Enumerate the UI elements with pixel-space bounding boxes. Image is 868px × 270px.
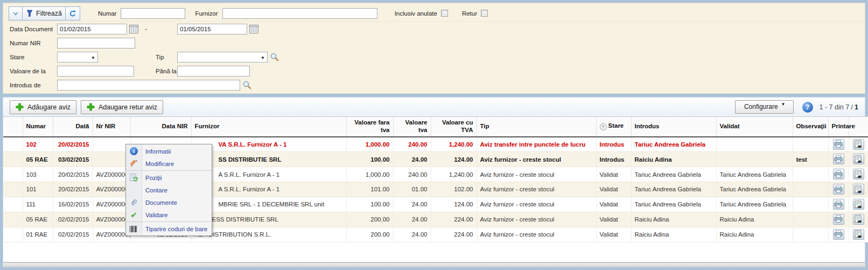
cell-valoare-cu-tva: 124.00 [431,197,477,212]
date-from-input[interactable] [57,24,127,34]
header-data[interactable]: Dată [53,117,93,137]
bottom-scrollbar-strip[interactable] [3,262,865,267]
document-hand-icon [854,170,863,178]
print-button[interactable] [833,214,844,225]
configurare-button[interactable]: Configurare ▼ [735,100,794,114]
header-data-nir[interactable]: Data NIR [130,117,191,137]
positions-icon [126,174,142,182]
menu-item-contare[interactable]: Contare [126,184,212,196]
cell-actions [849,137,868,152]
cell-select [3,212,23,227]
header-valoare-tva[interactable]: Valoare tva [393,117,431,137]
cell-nr-nir: AVZ000000 [93,182,130,197]
collapse-filter-button[interactable] [9,6,23,20]
menu-item-documente[interactable]: Documente [126,196,212,209]
tip-search-icon[interactable] [270,52,279,61]
document-hand-icon [854,185,863,193]
filtreaza-label: Filtrează [36,10,62,17]
header-valoare-fara-tva[interactable]: Valoare fara tva [346,117,393,137]
adaugare-retur-aviz-button[interactable]: Adaugare retur aviz [81,100,163,114]
cell-data: 16/02/2015 [53,197,93,212]
pana-la-input[interactable] [177,66,250,77]
filter-funnel-icon [26,10,33,17]
date-to-calendar-icon[interactable] [249,25,258,33]
cell-introdus: Tariuc Andreea Gabriela [631,137,716,152]
header-valoare-cu-tva[interactable]: Valoare cu TVA [431,117,477,137]
cell-observatii [793,197,828,212]
cell-observatii [793,212,828,227]
furnizor-input[interactable] [222,8,377,19]
print-button[interactable] [833,154,844,164]
cell-valoare-tva: 24.00 [393,152,431,167]
row-context-menu-button[interactable] [853,229,864,240]
row-context-menu-button[interactable] [853,154,864,164]
cell-data: 20/02/2015 [53,182,93,197]
cell-introdus: Tariuc Andreea Gabriela [631,197,716,212]
menu-item-pozitii[interactable]: Poziții [126,171,212,184]
row-context-menu-button[interactable] [853,184,864,195]
help-icon[interactable]: ? [802,102,813,113]
cell-stare: Validat [596,227,631,242]
menu-item-tiparire-coduri[interactable]: Tiparire coduri de bare [126,223,212,235]
tip-select[interactable]: ▼ [177,52,268,63]
cell-nr-nir [93,152,130,167]
menu-item-validare[interactable]: ✔ Validare [126,209,212,221]
cell-valoare-fara-tva: 200.00 [346,227,393,242]
cell-valoare-fara-tva: 100.00 [346,152,393,167]
date-from-calendar-icon[interactable] [129,25,138,33]
retur-label: Retur [462,10,477,17]
header-introdus[interactable]: Introdus [631,117,716,137]
date-to-input[interactable] [177,24,247,34]
header-stare[interactable]: ?Stare [596,117,631,137]
numar-label: Numar [98,10,117,17]
cell-tip: Aviz transfer intre punctele de lucru [477,137,596,152]
numar-input[interactable] [121,8,185,19]
menu-item-modificare[interactable]: Modificare [126,157,212,170]
print-button[interactable] [833,199,844,210]
furnizor-label: Furnizor [195,10,218,17]
refresh-button[interactable] [65,6,80,20]
row-context-menu-button[interactable] [853,199,864,210]
introdus-de-input[interactable] [57,80,240,91]
cell-validat [716,152,793,167]
cell-data: 02/02/2015 [53,227,93,242]
print-button[interactable] [833,139,844,150]
row-context-menu-button[interactable] [853,169,864,179]
pagination: 1 - 7 din 7 /1 [820,103,859,111]
header-furnizor[interactable]: Furnizor [191,117,346,137]
row-context-menu-button[interactable] [853,139,864,150]
barcode-icon [126,226,142,232]
stare-select[interactable]: ▼ [57,52,98,63]
cell-tip: Aviz furnizor - creste stocul [477,197,596,212]
cell-data: 03/02/2015 [53,152,93,167]
cell-select [3,167,23,182]
print-button[interactable] [833,169,844,179]
menu-item-informatii[interactable]: i Informatii [126,145,212,157]
cell-tip: Aviz furnizor - creste stocul [477,152,596,167]
cell-valoare-fara-tva: 1,000.00 [346,137,393,152]
introdus-de-search-icon[interactable] [242,80,251,89]
numar-nir-input[interactable] [57,38,135,49]
cell-valoare-tva: 240.00 [393,167,431,182]
header-tip[interactable]: Tip [477,117,596,137]
filtreaza-button[interactable]: Filtrează [22,6,66,20]
header-observatii[interactable]: Observaţii [793,117,828,137]
print-button[interactable] [833,229,844,240]
stare-help-icon[interactable]: ? [600,123,607,130]
retur-checkbox[interactable] [481,10,488,17]
valoare-de-la-input[interactable] [57,66,134,77]
row-context-menu-button[interactable] [853,214,864,225]
header-numar[interactable]: Numar [23,117,53,137]
cell-valoare-tva: 01.00 [393,182,431,197]
cell-valoare-fara-tva: 100.00 [346,197,393,212]
header-nr-nir[interactable]: Nr NIR [93,117,130,137]
printer-icon [834,170,843,178]
valoare-de-la-label: Valoare de la [10,68,57,74]
cell-validat: Tariuc Andreea Gabriela [716,197,793,212]
print-button[interactable] [833,184,844,195]
document-hand-icon [854,140,863,148]
adaugare-aviz-button[interactable]: Adăugare aviz [10,100,76,114]
printer-icon [834,230,843,238]
inclusiv-anulate-checkbox[interactable] [441,10,448,17]
header-validat[interactable]: Validat [716,117,793,137]
